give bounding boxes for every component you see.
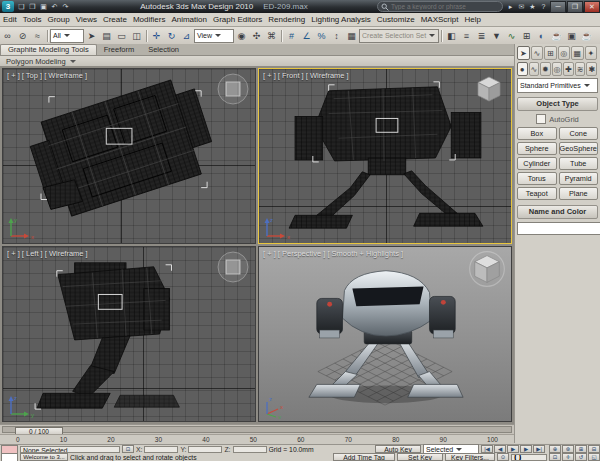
primitive-button[interactable]: Pyramid (559, 172, 599, 185)
new-scene-icon[interactable]: ❏ (16, 1, 27, 12)
zoom-region-icon[interactable]: ⊡ (549, 453, 561, 461)
select-object-icon[interactable]: ➤ (84, 29, 99, 43)
viewport-label[interactable]: [ + ] [ Perspective ] [ Smooth + Highlig… (263, 249, 403, 258)
primitive-button[interactable]: Sphere (517, 142, 557, 155)
geometry-category-icon[interactable]: ● (517, 62, 528, 76)
shapes-category-icon[interactable]: ∿ (529, 62, 540, 76)
pan-icon[interactable]: ✛ (562, 453, 574, 461)
viewport-perspective[interactable]: xyz [ + ] [ Perspective ] [ Smooth + Hig… (258, 246, 512, 422)
create-selection-set-dropdown[interactable]: Create Selection Set (359, 29, 439, 43)
edit-named-selection-sets-icon[interactable]: ▦ (344, 29, 359, 43)
primitive-button[interactable]: Teapot (517, 187, 557, 200)
lights-category-icon[interactable]: ✹ (540, 62, 551, 76)
key-mode-toggle-icon[interactable]: ⊙ (497, 453, 509, 461)
menu-item[interactable]: Tools (20, 13, 45, 26)
current-frame-field[interactable] (511, 454, 547, 461)
menu-item[interactable]: MAXScript (418, 13, 462, 26)
menu-item[interactable]: Group (44, 13, 72, 26)
percent-snap-icon[interactable]: % (314, 29, 329, 43)
select-and-rotate-icon[interactable]: ↻ (164, 29, 179, 43)
schematic-view-icon[interactable]: ⊞ (519, 29, 534, 43)
snap-toggle-icon[interactable]: # (284, 29, 299, 43)
primitive-button[interactable]: Tube (559, 157, 599, 170)
primitive-button[interactable]: Torus (517, 172, 557, 185)
name-color-rollout-header[interactable]: Name and Color (517, 205, 598, 219)
go-to-end-icon[interactable]: ▶| (533, 445, 545, 453)
selection-filter-dropdown[interactable]: All (50, 29, 84, 43)
primitive-button[interactable]: Cone (559, 127, 599, 140)
play-animation-icon[interactable]: ▶ (507, 445, 519, 453)
z-coordinate-field[interactable] (233, 446, 267, 453)
systems-category-icon[interactable]: ✱ (586, 62, 597, 76)
menu-item[interactable]: Edit (0, 13, 20, 26)
restore-button[interactable]: ❐ (567, 1, 583, 13)
viewcube[interactable] (468, 250, 506, 288)
keyboard-override-icon[interactable]: ⌘ (264, 29, 279, 43)
menu-item[interactable]: Rendering (265, 13, 308, 26)
object-name-field[interactable] (517, 222, 600, 235)
add-time-tag-button[interactable]: Add Time Tag (333, 453, 395, 461)
create-tab-icon[interactable]: ➤ (517, 46, 530, 60)
use-pivot-center-icon[interactable]: ◉ (234, 29, 249, 43)
set-key-button[interactable]: Set Key (397, 453, 443, 461)
application-menu-button[interactable]: 3 (2, 1, 14, 12)
material-editor-icon[interactable]: ◐ (534, 29, 549, 43)
viewcube[interactable] (216, 72, 250, 106)
y-coordinate-field[interactable] (188, 446, 222, 453)
motion-tab-icon[interactable]: ◎ (558, 46, 571, 60)
mirror-icon[interactable]: ◧ (444, 29, 459, 43)
viewcube[interactable] (216, 250, 250, 284)
align-icon[interactable]: ≡ (459, 29, 474, 43)
rendered-frame-window-icon[interactable]: ▣ (564, 29, 579, 43)
next-frame-icon[interactable]: ▶ (520, 445, 532, 453)
select-and-manipulate-icon[interactable]: ✣ (249, 29, 264, 43)
close-button[interactable]: ✕ (584, 1, 600, 13)
viewport-label[interactable]: [ + ] [ Top ] [ Wireframe ] (7, 71, 87, 80)
helpers-category-icon[interactable]: ✚ (563, 62, 574, 76)
help-icon[interactable]: ? (538, 1, 549, 12)
hierarchy-tab-icon[interactable]: ⊞ (544, 46, 557, 60)
menu-item[interactable]: Modifiers (130, 13, 168, 26)
communication-center-icon[interactable]: ✉ (516, 1, 527, 12)
cameras-category-icon[interactable]: ◎ (552, 62, 563, 76)
render-production-icon[interactable]: ☕ (579, 29, 594, 43)
menu-item[interactable]: Graph Editors (210, 13, 265, 26)
curve-editor-icon[interactable]: ∿ (504, 29, 519, 43)
angle-snap-icon[interactable]: ∠ (299, 29, 314, 43)
bind-to-space-warp-icon[interactable]: ≈ (30, 29, 45, 43)
viewport-left[interactable]: yz [ + ] [ Left ] [ Wireframe ] (2, 246, 256, 422)
primitive-button[interactable]: Cylinder (517, 157, 557, 170)
welcome-screen-button[interactable]: Welcome to 3... (20, 453, 68, 461)
ribbon-panel-strip[interactable]: Polygon Modeling (0, 56, 514, 66)
graphite-ribbon-toggle-icon[interactable]: ▼ (489, 29, 504, 43)
primitive-button[interactable]: GeoSphere (559, 142, 599, 155)
ribbon-tab[interactable]: Freeform (97, 45, 141, 55)
menu-item[interactable]: Animation (168, 13, 210, 26)
search-input[interactable] (389, 2, 499, 11)
ribbon-tab[interactable]: Selection (141, 45, 186, 55)
primitive-button[interactable]: Box (517, 127, 557, 140)
maximize-viewport-toggle-icon[interactable]: ◱ (588, 453, 600, 461)
unlink-selection-icon[interactable]: ⊘ (15, 29, 30, 43)
select-by-name-icon[interactable]: ▤ (99, 29, 114, 43)
favorites-icon[interactable]: ★ (527, 1, 538, 12)
autogrid-checkbox[interactable] (536, 114, 546, 124)
minimize-button[interactable]: ─ (550, 1, 566, 13)
menu-item[interactable]: Views (73, 13, 100, 26)
space-warps-category-icon[interactable]: ≋ (575, 62, 586, 76)
key-filters-button[interactable]: Key Filters... (445, 453, 495, 461)
viewport-top[interactable]: xy [ + ] [ Top ] [ Wireframe ] (2, 68, 256, 244)
polygon-modeling-panel-label[interactable]: Polygon Modeling (6, 57, 66, 66)
menu-item[interactable]: Lighting Analysis (308, 13, 374, 26)
ribbon-tab[interactable]: Graphite Modeling Tools (0, 44, 97, 55)
viewport-label[interactable]: [ + ] [ Front ] [ Wireframe ] (263, 71, 349, 80)
redo-icon[interactable]: ↷ (60, 1, 71, 12)
save-file-icon[interactable]: ▣ (38, 1, 49, 12)
rectangular-selection-region-icon[interactable]: ▭ (114, 29, 129, 43)
time-slider-track[interactable]: 0 / 100 (2, 426, 512, 433)
window-crossing-icon[interactable]: ◫ (129, 29, 144, 43)
zoom-all-icon[interactable]: ⊛ (562, 445, 574, 453)
primitive-button[interactable]: Plane (559, 187, 599, 200)
display-tab-icon[interactable]: ▦ (571, 46, 584, 60)
viewport-label[interactable]: [ + ] [ Left ] [ Wireframe ] (7, 249, 88, 258)
